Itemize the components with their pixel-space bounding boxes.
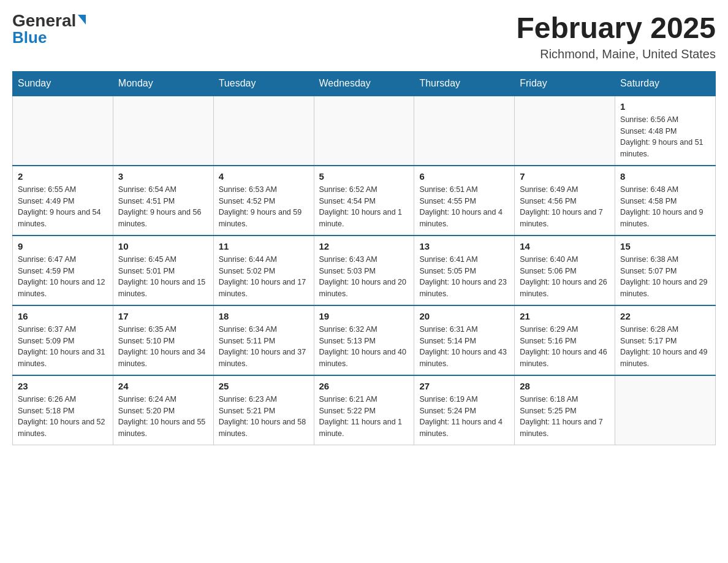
day-info: Sunrise: 6:55 AM Sunset: 4:49 PM Dayligh… (18, 184, 108, 230)
day-info: Sunrise: 6:54 AM Sunset: 4:51 PM Dayligh… (118, 184, 208, 230)
day-info: Sunrise: 6:47 AM Sunset: 4:59 PM Dayligh… (18, 254, 108, 300)
weekday-header-saturday: Saturday (615, 71, 716, 96)
calendar-week-row: 23Sunrise: 6:26 AM Sunset: 5:18 PM Dayli… (13, 375, 716, 445)
title-section: February 2025 Richmond, Maine, United St… (516, 12, 716, 61)
calendar-cell: 16Sunrise: 6:37 AM Sunset: 5:09 PM Dayli… (13, 305, 113, 375)
calendar-cell: 3Sunrise: 6:54 AM Sunset: 4:51 PM Daylig… (113, 166, 213, 236)
calendar-week-row: 9Sunrise: 6:47 AM Sunset: 4:59 PM Daylig… (13, 236, 716, 305)
calendar-cell (414, 96, 515, 166)
day-info: Sunrise: 6:44 AM Sunset: 5:02 PM Dayligh… (219, 254, 309, 300)
day-number: 13 (419, 241, 509, 251)
calendar-cell: 27Sunrise: 6:19 AM Sunset: 5:24 PM Dayli… (414, 375, 515, 445)
day-info: Sunrise: 6:31 AM Sunset: 5:14 PM Dayligh… (419, 324, 509, 370)
logo: General Blue (12, 12, 86, 45)
day-number: 7 (520, 171, 610, 182)
calendar-cell: 20Sunrise: 6:31 AM Sunset: 5:14 PM Dayli… (414, 305, 515, 375)
calendar-cell: 12Sunrise: 6:43 AM Sunset: 5:03 PM Dayli… (314, 236, 414, 305)
day-info: Sunrise: 6:18 AM Sunset: 5:25 PM Dayligh… (520, 394, 610, 440)
calendar-cell: 22Sunrise: 6:28 AM Sunset: 5:17 PM Dayli… (615, 305, 716, 375)
day-number: 14 (520, 241, 610, 251)
page-header: General Blue February 2025 Richmond, Mai… (12, 12, 716, 61)
calendar-cell: 11Sunrise: 6:44 AM Sunset: 5:02 PM Dayli… (213, 236, 314, 305)
day-number: 19 (319, 311, 409, 321)
day-number: 10 (118, 241, 208, 251)
day-number: 28 (520, 381, 610, 391)
day-info: Sunrise: 6:43 AM Sunset: 5:03 PM Dayligh… (319, 254, 409, 300)
weekday-header-wednesday: Wednesday (314, 71, 414, 96)
logo-general-text: General (12, 12, 76, 29)
calendar-cell: 21Sunrise: 6:29 AM Sunset: 5:16 PM Dayli… (515, 305, 615, 375)
calendar-cell: 6Sunrise: 6:51 AM Sunset: 4:55 PM Daylig… (414, 166, 515, 236)
day-info: Sunrise: 6:49 AM Sunset: 4:56 PM Dayligh… (520, 184, 610, 230)
calendar-cell: 15Sunrise: 6:38 AM Sunset: 5:07 PM Dayli… (615, 236, 716, 305)
day-info: Sunrise: 6:21 AM Sunset: 5:22 PM Dayligh… (319, 394, 409, 440)
calendar-cell: 10Sunrise: 6:45 AM Sunset: 5:01 PM Dayli… (113, 236, 213, 305)
day-number: 9 (18, 241, 108, 251)
day-info: Sunrise: 6:26 AM Sunset: 5:18 PM Dayligh… (18, 394, 108, 440)
day-number: 27 (419, 381, 509, 391)
day-number: 6 (419, 171, 509, 182)
day-info: Sunrise: 6:41 AM Sunset: 5:05 PM Dayligh… (419, 254, 509, 300)
day-number: 24 (118, 381, 208, 391)
calendar-cell: 28Sunrise: 6:18 AM Sunset: 5:25 PM Dayli… (515, 375, 615, 445)
day-info: Sunrise: 6:28 AM Sunset: 5:17 PM Dayligh… (620, 324, 710, 370)
day-info: Sunrise: 6:29 AM Sunset: 5:16 PM Dayligh… (520, 324, 610, 370)
calendar-cell (113, 96, 213, 166)
day-info: Sunrise: 6:52 AM Sunset: 4:54 PM Dayligh… (319, 184, 409, 230)
day-info: Sunrise: 6:35 AM Sunset: 5:10 PM Dayligh… (118, 324, 208, 370)
day-info: Sunrise: 6:51 AM Sunset: 4:55 PM Dayligh… (419, 184, 509, 230)
weekday-header-tuesday: Tuesday (213, 71, 314, 96)
calendar-cell: 25Sunrise: 6:23 AM Sunset: 5:21 PM Dayli… (213, 375, 314, 445)
day-number: 4 (219, 171, 309, 182)
day-number: 16 (18, 311, 108, 321)
calendar-cell (213, 96, 314, 166)
day-number: 21 (520, 311, 610, 321)
day-info: Sunrise: 6:45 AM Sunset: 5:01 PM Dayligh… (118, 254, 208, 300)
calendar-cell: 26Sunrise: 6:21 AM Sunset: 5:22 PM Dayli… (314, 375, 414, 445)
calendar-cell: 14Sunrise: 6:40 AM Sunset: 5:06 PM Dayli… (515, 236, 615, 305)
day-info: Sunrise: 6:34 AM Sunset: 5:11 PM Dayligh… (219, 324, 309, 370)
weekday-header-row: SundayMondayTuesdayWednesdayThursdayFrid… (13, 71, 716, 96)
calendar-cell: 13Sunrise: 6:41 AM Sunset: 5:05 PM Dayli… (414, 236, 515, 305)
calendar-cell: 23Sunrise: 6:26 AM Sunset: 5:18 PM Dayli… (13, 375, 113, 445)
calendar-cell (615, 375, 716, 445)
day-info: Sunrise: 6:24 AM Sunset: 5:20 PM Dayligh… (118, 394, 208, 440)
day-number: 22 (620, 311, 710, 321)
weekday-header-friday: Friday (515, 71, 615, 96)
day-number: 20 (419, 311, 509, 321)
day-number: 23 (18, 381, 108, 391)
calendar-cell: 19Sunrise: 6:32 AM Sunset: 5:13 PM Dayli… (314, 305, 414, 375)
day-info: Sunrise: 6:56 AM Sunset: 4:48 PM Dayligh… (620, 114, 710, 160)
weekday-header-thursday: Thursday (414, 71, 515, 96)
calendar-week-row: 16Sunrise: 6:37 AM Sunset: 5:09 PM Dayli… (13, 305, 716, 375)
day-number: 18 (219, 311, 309, 321)
calendar-cell (13, 96, 113, 166)
day-info: Sunrise: 6:40 AM Sunset: 5:06 PM Dayligh… (520, 254, 610, 300)
day-number: 2 (18, 171, 108, 182)
day-number: 1 (620, 101, 710, 112)
calendar-cell (314, 96, 414, 166)
day-number: 25 (219, 381, 309, 391)
day-number: 3 (118, 171, 208, 182)
day-info: Sunrise: 6:32 AM Sunset: 5:13 PM Dayligh… (319, 324, 409, 370)
day-number: 26 (319, 381, 409, 391)
weekday-header-sunday: Sunday (13, 71, 113, 96)
calendar-cell (515, 96, 615, 166)
day-number: 17 (118, 311, 208, 321)
day-number: 11 (219, 241, 309, 251)
calendar-cell: 24Sunrise: 6:24 AM Sunset: 5:20 PM Dayli… (113, 375, 213, 445)
location-subtitle: Richmond, Maine, United States (516, 47, 716, 61)
logo-arrow-icon (78, 15, 86, 25)
calendar-cell: 7Sunrise: 6:49 AM Sunset: 4:56 PM Daylig… (515, 166, 615, 236)
day-number: 8 (620, 171, 710, 182)
calendar-cell: 5Sunrise: 6:52 AM Sunset: 4:54 PM Daylig… (314, 166, 414, 236)
calendar-cell: 8Sunrise: 6:48 AM Sunset: 4:58 PM Daylig… (615, 166, 716, 236)
day-number: 15 (620, 241, 710, 251)
month-year-title: February 2025 (516, 12, 716, 45)
day-info: Sunrise: 6:48 AM Sunset: 4:58 PM Dayligh… (620, 184, 710, 230)
calendar-table: SundayMondayTuesdayWednesdayThursdayFrid… (12, 71, 716, 445)
calendar-cell: 2Sunrise: 6:55 AM Sunset: 4:49 PM Daylig… (13, 166, 113, 236)
day-info: Sunrise: 6:23 AM Sunset: 5:21 PM Dayligh… (219, 394, 309, 440)
calendar-cell: 9Sunrise: 6:47 AM Sunset: 4:59 PM Daylig… (13, 236, 113, 305)
calendar-week-row: 2Sunrise: 6:55 AM Sunset: 4:49 PM Daylig… (13, 166, 716, 236)
